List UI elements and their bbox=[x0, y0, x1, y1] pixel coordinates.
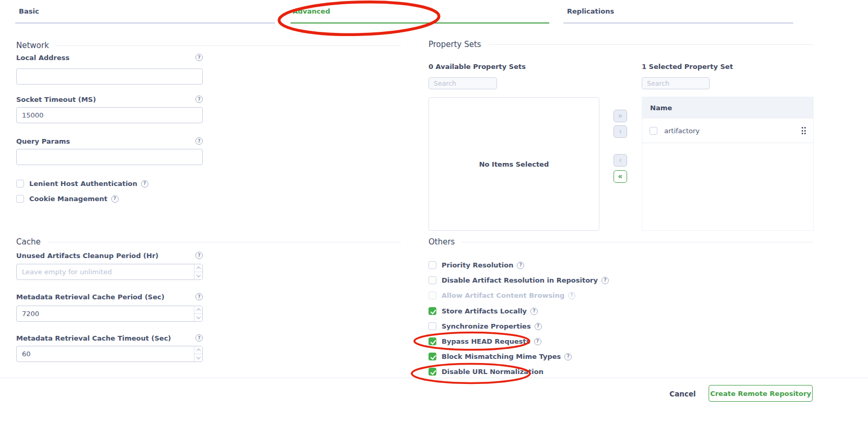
help-icon[interactable]: ? bbox=[195, 252, 203, 259]
tab-basic-label: Basic bbox=[19, 7, 39, 15]
store-artifacts-locally-checkbox[interactable] bbox=[429, 307, 436, 315]
others-section-heading: Others bbox=[429, 237, 813, 247]
tab-advanced[interactable]: Advanced bbox=[291, 0, 549, 24]
cache-heading-label: Cache bbox=[16, 237, 41, 247]
available-list-box: No Items Selected bbox=[429, 97, 599, 231]
available-search-input[interactable] bbox=[429, 77, 497, 89]
section-divider bbox=[489, 44, 813, 45]
cookie-management-label: Cookie Management bbox=[29, 195, 108, 203]
help-icon[interactable]: ? bbox=[534, 338, 541, 345]
metadata-period-label: Metadata Retrieval Cache Period (Sec) bbox=[16, 293, 165, 301]
create-remote-repository-button[interactable]: Create Remote Repository bbox=[709, 385, 813, 402]
cookie-management-row: Cookie Management ? bbox=[16, 195, 119, 203]
query-params-field: Query Params ? bbox=[16, 137, 203, 165]
help-icon[interactable]: ? bbox=[195, 293, 203, 300]
selected-property-set-title: 1 Selected Property Set bbox=[642, 63, 733, 71]
bypass-head-requests-row: Bypass HEAD Requests ? bbox=[429, 337, 541, 345]
cache-section-heading: Cache bbox=[16, 237, 401, 247]
number-spinner bbox=[194, 346, 202, 361]
spinner-down-icon[interactable] bbox=[194, 272, 202, 279]
disable-url-normalization-checkbox[interactable] bbox=[429, 368, 436, 376]
help-icon[interactable]: ? bbox=[195, 96, 203, 103]
table-row[interactable]: artifactory bbox=[642, 119, 813, 143]
allow-artifact-content-browsing-row: Allow Artifact Content Browsing ? bbox=[429, 291, 575, 299]
local-address-label: Local Address bbox=[16, 54, 70, 62]
synchronize-properties-row: Synchronize Properties ? bbox=[429, 322, 542, 330]
number-spinner bbox=[194, 264, 202, 279]
disable-artifact-resolution-row: Disable Artifact Resolution in Repositor… bbox=[429, 276, 609, 284]
block-mismatching-mime-types-checkbox[interactable] bbox=[429, 353, 436, 360]
help-icon[interactable]: ? bbox=[141, 180, 148, 188]
priority-resolution-row: Priority Resolution ? bbox=[429, 261, 524, 269]
tab-replications-label: Replications bbox=[567, 7, 614, 15]
local-address-input[interactable] bbox=[16, 68, 203, 85]
lenient-host-auth-label: Lenient Host Authentication bbox=[29, 180, 137, 188]
allow-artifact-content-browsing-checkbox bbox=[429, 291, 436, 299]
metadata-period-field: Metadata Retrieval Cache Period (Sec) ? bbox=[16, 293, 203, 322]
help-icon[interactable]: ? bbox=[517, 262, 524, 269]
local-address-field: Local Address ? bbox=[16, 53, 203, 85]
help-icon[interactable]: ? bbox=[535, 323, 542, 330]
socket-timeout-field: Socket Timeout (MS) ? bbox=[16, 95, 203, 123]
lenient-host-auth-row: Lenient Host Authentication ? bbox=[16, 180, 148, 188]
help-icon[interactable]: ? bbox=[195, 334, 203, 342]
section-divider bbox=[56, 45, 401, 46]
help-icon[interactable]: ? bbox=[568, 292, 575, 299]
move-all-left-button[interactable]: « bbox=[614, 170, 627, 183]
tab-basic[interactable]: Basic bbox=[15, 0, 275, 24]
section-divider bbox=[462, 242, 813, 242]
store-artifacts-locally-row: Store Artifacts Locally ? bbox=[429, 307, 538, 315]
others-heading-label: Others bbox=[429, 237, 455, 247]
drag-handle-icon[interactable] bbox=[802, 127, 806, 134]
tab-advanced-label: Advanced bbox=[293, 7, 330, 15]
tab-replications[interactable]: Replications bbox=[563, 0, 793, 24]
metadata-timeout-field: Metadata Retrieval Cache Timeout (Sec) ? bbox=[16, 334, 203, 362]
disable-artifact-resolution-checkbox[interactable] bbox=[429, 276, 436, 284]
checkbox-label: Synchronize Properties bbox=[442, 322, 531, 330]
synchronize-properties-checkbox[interactable] bbox=[429, 322, 436, 330]
help-icon[interactable]: ? bbox=[111, 195, 119, 203]
available-property-sets-title: 0 Available Property Sets bbox=[429, 63, 526, 71]
help-icon[interactable]: ? bbox=[195, 54, 203, 61]
checkbox-label: Priority Resolution bbox=[442, 261, 513, 269]
move-left-button[interactable]: ‹ bbox=[614, 154, 627, 167]
property-set-name: artifactory bbox=[664, 127, 700, 135]
metadata-timeout-label: Metadata Retrieval Cache Timeout (Sec) bbox=[16, 334, 171, 342]
number-spinner bbox=[194, 306, 202, 321]
move-right-button[interactable]: › bbox=[614, 125, 627, 138]
help-icon[interactable]: ? bbox=[195, 137, 203, 145]
spinner-up-icon[interactable] bbox=[194, 264, 202, 272]
socket-timeout-input[interactable] bbox=[16, 107, 203, 123]
network-section-heading: Network bbox=[16, 41, 401, 50]
spinner-up-icon[interactable] bbox=[194, 306, 202, 314]
help-icon[interactable]: ? bbox=[601, 277, 609, 284]
checkbox-label: Disable URL Normalization bbox=[442, 368, 543, 376]
lenient-host-auth-checkbox[interactable] bbox=[16, 180, 24, 188]
checkbox-label: Block Mismatching Mime Types bbox=[442, 353, 561, 360]
metadata-period-input[interactable] bbox=[16, 306, 203, 322]
query-params-label: Query Params bbox=[16, 137, 70, 145]
cleanup-period-input[interactable] bbox=[16, 264, 203, 280]
metadata-timeout-input[interactable] bbox=[16, 346, 203, 362]
selected-search-input[interactable] bbox=[642, 77, 710, 89]
bypass-head-requests-checkbox[interactable] bbox=[429, 337, 436, 345]
help-icon[interactable]: ? bbox=[564, 353, 572, 360]
spinner-down-icon[interactable] bbox=[194, 354, 202, 361]
spinner-down-icon[interactable] bbox=[194, 314, 202, 321]
spinner-up-icon[interactable] bbox=[194, 346, 202, 354]
help-icon[interactable]: ? bbox=[530, 308, 538, 315]
property-sets-section-heading: Property Sets bbox=[429, 40, 813, 49]
socket-timeout-label: Socket Timeout (MS) bbox=[16, 96, 96, 103]
row-checkbox[interactable] bbox=[650, 127, 657, 135]
name-column-header: Name bbox=[650, 104, 672, 112]
cleanup-period-field: Unused Artifacts Cleanup Period (Hr) ? bbox=[16, 251, 203, 280]
query-params-input[interactable] bbox=[16, 149, 203, 165]
selected-property-sets-table: Name artifactory bbox=[642, 97, 814, 231]
cleanup-period-label: Unused Artifacts Cleanup Period (Hr) bbox=[16, 252, 158, 260]
cancel-button[interactable]: Cancel bbox=[669, 387, 696, 400]
priority-resolution-checkbox[interactable] bbox=[429, 261, 436, 269]
disable-url-normalization-row: Disable URL Normalization bbox=[429, 368, 543, 376]
footer-divider bbox=[0, 378, 868, 378]
cookie-management-checkbox[interactable] bbox=[16, 195, 24, 203]
move-all-right-button[interactable]: » bbox=[614, 110, 627, 122]
